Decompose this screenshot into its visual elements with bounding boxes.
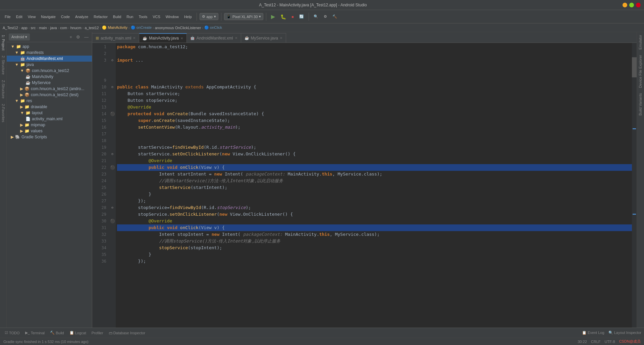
tree-item-package[interactable]: ▼ 📦 com.hnucm.a_test12 xyxy=(7,68,92,74)
minimize-button[interactable]: — xyxy=(623,3,627,7)
stop-button[interactable]: ■ xyxy=(289,13,296,20)
menu-code[interactable]: Code xyxy=(59,13,72,20)
right-tool-build-variants[interactable]: Build Variants xyxy=(637,90,644,118)
code-content: 1 2 3 9 10 11 12 13 14 15 16 17 18 19 20… xyxy=(92,43,637,328)
menu-vcs[interactable]: VCS xyxy=(151,13,162,20)
right-tool-emulator[interactable]: Emulator xyxy=(637,32,644,52)
maximize-button[interactable]: □ xyxy=(629,3,634,7)
event-log-link[interactable]: 📋 Event Log xyxy=(582,331,604,335)
app-folder-icon: 📁 xyxy=(16,44,21,49)
tree-item-activity-main[interactable]: 📄 activity_main.xml xyxy=(7,116,92,122)
breadcrumb-hnucm[interactable]: hnucm xyxy=(70,26,82,30)
bottom-logcat[interactable]: 📋 Logcat xyxy=(67,330,88,336)
breadcrumb-oncreate[interactable]: 🔵 onCreate xyxy=(131,25,152,30)
tree-item-manifests[interactable]: ▼ 📁 manifests xyxy=(7,50,92,56)
bottom-profiler[interactable]: Profiler xyxy=(90,330,105,336)
tab-androidmanifest[interactable]: 🤖 AndroidManifest.xml ✕ xyxy=(187,33,241,43)
tree-item-app[interactable]: ▼ 📁 app xyxy=(7,44,92,50)
bottom-todo[interactable]: ☑ TODO xyxy=(3,330,22,336)
tab-close-mainactivity[interactable]: ✕ xyxy=(180,37,183,40)
tree-item-mipmap[interactable]: ▶ 📁 mipmap xyxy=(7,122,92,128)
bottom-database[interactable]: 🗃 Database Inspector xyxy=(107,330,147,336)
code-line-14: protected void onCreate(Bundle savedInst… xyxy=(117,111,632,117)
menu-view[interactable]: View xyxy=(26,13,38,20)
tree-item-package-android[interactable]: ▶ 📦 com.hnucm.a_test12 (andro... xyxy=(7,86,92,92)
breadcrumb-package[interactable]: a_test12 xyxy=(85,26,99,30)
tree-label-activity-main: activity_main.xml xyxy=(32,117,62,121)
tree-item-layout[interactable]: ▼ 📁 layout xyxy=(7,110,92,116)
debug-button[interactable]: 🐛 xyxy=(278,13,288,21)
breadcrumb-listener[interactable]: anonymous OnClickListener xyxy=(155,26,201,30)
menu-build[interactable]: Build xyxy=(111,13,123,20)
tree-item-gradle[interactable]: ▶ 🐘 Gradle Scripts xyxy=(7,134,92,140)
settings-button[interactable]: ⚙ xyxy=(322,13,329,20)
minimize-panel-button[interactable]: — xyxy=(83,34,90,40)
tab-close-myservice[interactable]: ✕ xyxy=(280,36,282,40)
breadcrumb-java[interactable]: java xyxy=(50,26,57,30)
breadcrumb-class[interactable]: 🟡 MainActivity xyxy=(102,25,127,30)
menu-analyze[interactable]: Analyze xyxy=(73,13,90,20)
menu-file[interactable]: File xyxy=(3,13,13,20)
right-tool-device-explorer[interactable]: Device File Explorer xyxy=(637,52,644,90)
tree-item-values[interactable]: ▶ 📁 values xyxy=(7,128,92,134)
menu-refactor[interactable]: Refactor xyxy=(92,13,110,20)
close-button[interactable]: ✕ xyxy=(636,3,641,7)
code-line-30: @Override xyxy=(117,218,632,224)
status-encoding[interactable]: UTF-8 xyxy=(604,340,615,344)
tree-label-gradle: Gradle Scripts xyxy=(21,135,47,139)
bottom-build[interactable]: 🔨 Build xyxy=(48,330,66,336)
drawable-expand-icon: ▶ xyxy=(20,105,23,109)
menu-run[interactable]: Run xyxy=(124,13,135,20)
tree-item-mainactivity[interactable]: ☕ MainActivity xyxy=(7,74,92,80)
breadcrumb-src[interactable]: src xyxy=(31,26,36,30)
tab-mainactivity-java[interactable]: ☕ MainActivity.java ✕ xyxy=(139,33,186,43)
tree-item-res[interactable]: ▼ 📁 res xyxy=(7,98,92,104)
scroll-thumb[interactable] xyxy=(632,57,637,77)
breadcrumb-onclick[interactable]: 🔵 onClick xyxy=(204,25,222,30)
breadcrumb-project[interactable]: A_Test12 xyxy=(3,26,18,30)
left-tool-z-structure[interactable]: Z-Structure xyxy=(0,77,7,101)
sync-button[interactable]: 🔄 xyxy=(297,13,306,20)
gradle-expand-icon: ▶ xyxy=(11,135,14,139)
code-editor[interactable]: package com.hnucm.a_test12; import ... p… xyxy=(116,43,632,328)
run-button[interactable]: ▶ xyxy=(269,12,277,21)
tab-close-activity-main[interactable]: ✕ xyxy=(133,36,136,40)
tree-item-androidmanifest[interactable]: 🤖 AndroidManifest.xml xyxy=(7,56,92,62)
android-view-tab[interactable]: Android ▾ xyxy=(9,33,30,41)
code-line-19: startService=findViewById(R.id.startServ… xyxy=(117,144,632,151)
code-line-28: stopService=findViewById(R.id.stopServic… xyxy=(117,204,632,211)
scroll-indicator[interactable] xyxy=(632,43,637,328)
search-button[interactable]: 🔍 xyxy=(312,13,320,20)
breadcrumb-main[interactable]: main xyxy=(39,26,47,30)
tree-item-myservice[interactable]: ☕ MyService xyxy=(7,80,92,86)
left-tool-project[interactable]: 1: Project xyxy=(0,32,7,53)
menu-window[interactable]: Window xyxy=(164,13,181,20)
breadcrumb-app[interactable]: app xyxy=(21,26,28,30)
tree-item-package-test[interactable]: ▶ 📦 com.hnucm.a_test12 (test) xyxy=(7,92,92,98)
bottom-terminal[interactable]: ▶_ Terminal xyxy=(23,330,47,336)
tab-close-androidmanifest[interactable]: ✕ xyxy=(235,36,237,40)
status-line-ending[interactable]: CRLF xyxy=(591,340,601,344)
app-config-dropdown[interactable]: ⚙app▾ xyxy=(200,13,218,20)
add-button[interactable]: + xyxy=(68,34,73,40)
menu-navigate[interactable]: Navigate xyxy=(39,13,57,20)
tab-activity-main-xml[interactable]: ▦ activity_main.xml ✕ xyxy=(92,33,139,43)
menu-help[interactable]: Help xyxy=(182,13,194,20)
left-tools-panel: 1: Project 2: Structure Z-Structure 2-Fa… xyxy=(0,32,7,328)
device-dropdown[interactable]: 📱Pixel XL API 30▾ xyxy=(224,13,263,20)
left-tool-structure[interactable]: 2: Structure xyxy=(0,53,7,77)
tab-myservice-java[interactable]: ☕ MyService.java ✕ xyxy=(241,33,286,43)
breadcrumb-com[interactable]: com xyxy=(60,26,67,30)
layout-inspector-link[interactable]: 🔍 Layout Inspector xyxy=(608,331,641,335)
build-button[interactable]: 🔨 xyxy=(330,13,339,20)
tree-item-java[interactable]: ▼ 📁 java xyxy=(7,62,92,68)
gear-button[interactable]: ⚙ xyxy=(75,34,82,40)
left-tool-favorites[interactable]: 2-Favorites xyxy=(0,101,7,125)
tree-label-app: app xyxy=(22,44,29,49)
event-log-icon: 📋 xyxy=(582,331,587,335)
tab-xml-icon: ▦ xyxy=(96,36,99,40)
menu-edit[interactable]: Edit xyxy=(14,13,24,20)
tree-item-drawable[interactable]: ▶ 📁 drawable xyxy=(7,104,92,110)
menu-tools[interactable]: Tools xyxy=(137,13,149,20)
logcat-label: Logcat xyxy=(75,331,86,335)
